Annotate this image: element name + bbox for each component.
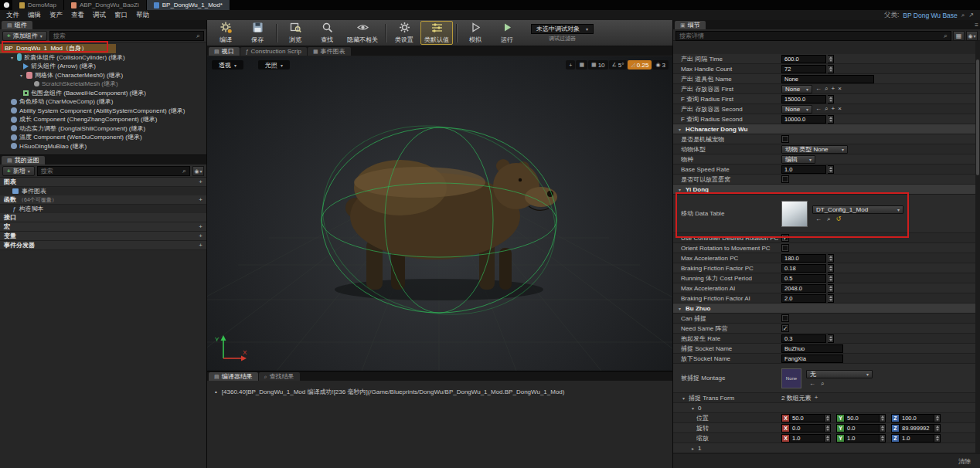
camera-speed-button[interactable]: 3 xyxy=(652,60,669,70)
number-input[interactable]: 10000.0 xyxy=(781,115,826,124)
number-input[interactable]: 0.0 xyxy=(789,424,825,432)
spinner[interactable] xyxy=(828,334,834,343)
chevron-down-icon[interactable] xyxy=(9,55,15,60)
tab-bp-dongwu-1-mod[interactable]: BP_DongWu_1_Mod* xyxy=(147,0,230,10)
enum-dropdown[interactable]: 动物 类型 None xyxy=(781,145,848,154)
checkbox[interactable] xyxy=(781,234,789,242)
menu-item-help[interactable]: 帮助 xyxy=(136,11,149,20)
use-selected-icon[interactable] xyxy=(809,381,815,387)
montage-dropdown[interactable]: 无 xyxy=(806,370,873,378)
tab-details[interactable]: 细节 xyxy=(675,21,706,29)
checkbox[interactable] xyxy=(781,324,789,332)
tab-abp-dongwu-baozi[interactable]: ABP_DongWu_BaoZi xyxy=(64,0,147,10)
browse-asset-icon[interactable] xyxy=(821,381,824,387)
details-search[interactable] xyxy=(675,31,951,41)
number-input[interactable]: 1.0 xyxy=(844,434,880,443)
spinner[interactable] xyxy=(934,434,941,443)
category-hcharacter[interactable]: HCharacter Dong Wu xyxy=(673,124,980,134)
components-search[interactable] xyxy=(49,31,204,41)
my-blueprint-search[interactable] xyxy=(37,166,190,176)
spinner[interactable] xyxy=(828,294,834,303)
spinner[interactable] xyxy=(828,115,834,124)
chevron-down-icon[interactable] xyxy=(19,73,24,78)
tab-demomap[interactable]: DemoMap xyxy=(12,0,64,10)
section-dispatchers[interactable]: 事件分发器 xyxy=(0,241,206,250)
spinner[interactable] xyxy=(828,65,834,73)
angle-snap-button[interactable]: 5° xyxy=(609,60,628,70)
tree-item-self[interactable]: BP_DongWu_1_Mod（自身） xyxy=(0,44,116,53)
add-element-icon[interactable] xyxy=(815,395,818,401)
section-graphs[interactable]: 图表 xyxy=(0,178,206,187)
chevron-right-icon[interactable] xyxy=(690,446,696,451)
tree-item-chengzhang[interactable]: 成长 Component (ChengZhangComponent) (继承) xyxy=(0,115,206,124)
item-construction-script[interactable]: 构造脚本 xyxy=(0,205,206,213)
menu-item-debug[interactable]: 调试 xyxy=(93,11,106,20)
tab-compiler-results[interactable]: 编译器结果 xyxy=(209,372,258,381)
hide-unrelated-button[interactable]: 隐藏不相关 xyxy=(343,21,382,45)
browse-asset-icon[interactable] xyxy=(825,106,828,112)
clear-icon[interactable] xyxy=(838,86,842,92)
property-matrix-button[interactable] xyxy=(953,31,965,41)
menu-item-asset[interactable]: 资产 xyxy=(49,11,63,20)
tree-item-dongtai[interactable]: 动态实力调整 (DongtaiShiliComponent) (继承) xyxy=(0,124,206,134)
spinner[interactable] xyxy=(934,414,941,422)
tree-item-hsuoding[interactable]: HSuoDingMuBiao (继承) xyxy=(0,142,206,151)
tree-item-bounding-box[interactable]: 包围盒组件 (BaoweiHeComponent) (继承) xyxy=(0,89,206,98)
checkbox[interactable] xyxy=(781,135,789,143)
number-input[interactable]: 72 xyxy=(781,65,826,73)
number-input[interactable]: 50.0 xyxy=(844,414,880,422)
parent-class-link[interactable]: BP Dong Wu Base xyxy=(903,12,958,19)
spinner[interactable] xyxy=(828,284,834,293)
perspective-button[interactable]: 透视 xyxy=(212,60,243,70)
add-icon[interactable] xyxy=(831,86,835,92)
spinner[interactable] xyxy=(828,274,834,283)
number-input[interactable]: 2.0 xyxy=(781,294,826,303)
save-button[interactable]: 保存 xyxy=(242,21,273,45)
spinner[interactable] xyxy=(934,424,941,432)
details-scrollbar[interactable] xyxy=(975,41,980,453)
menu-item-file[interactable]: 文件 xyxy=(6,11,19,20)
number-input[interactable]: 0.5 xyxy=(781,274,826,283)
text-input[interactable]: BuZhuo xyxy=(781,344,843,353)
tree-item-mesh[interactable]: 网格体 (CharacterMesh0) (继承) xyxy=(0,71,206,80)
chevron-down-icon[interactable] xyxy=(690,405,696,411)
browse-asset-icon[interactable] xyxy=(825,86,828,92)
surface-snap-button[interactable] xyxy=(576,60,587,70)
tab-find-results[interactable]: 查找结果 xyxy=(259,372,300,381)
tab-event-graph[interactable]: 事件图表 xyxy=(308,47,351,56)
category-buzhuo[interactable]: Bu Zhuo xyxy=(673,304,980,314)
menu-item-window[interactable]: 窗口 xyxy=(114,11,128,20)
add-component-button[interactable]: 添加组件 xyxy=(2,31,47,41)
number-input[interactable]: 100.0 xyxy=(899,414,934,422)
my-blueprint-search-input[interactable] xyxy=(41,168,182,175)
category-yidong[interactable]: Yi Dong xyxy=(673,185,980,195)
tree-item-arrow[interactable]: 箭头组件 (Arrow) (继承) xyxy=(0,62,206,71)
open-parent-icon[interactable] xyxy=(968,12,974,19)
scrollbar-thumb[interactable] xyxy=(976,59,979,175)
edit-dropdown[interactable]: 编辑 xyxy=(781,155,815,164)
item-event-graph[interactable]: 事件图表 xyxy=(0,187,206,195)
checkbox[interactable] xyxy=(781,244,789,252)
spinner[interactable] xyxy=(828,55,834,63)
panel-menu-icon[interactable] xyxy=(975,22,978,29)
spinner[interactable] xyxy=(828,165,834,174)
search-icon[interactable] xyxy=(961,12,965,19)
number-input[interactable]: 2048.0 xyxy=(781,284,826,293)
spinner[interactable] xyxy=(828,254,834,263)
number-input[interactable]: 50.0 xyxy=(789,414,825,422)
display-filter-button[interactable] xyxy=(966,31,978,41)
section-functions[interactable]: 函数 （64个可覆盖） xyxy=(0,195,206,205)
number-input[interactable]: 1.0 xyxy=(781,165,826,174)
viewport-3d[interactable]: 透视 光照 10 5° 0.25 3 xyxy=(207,56,672,371)
spinner[interactable] xyxy=(880,414,886,422)
reset-to-default-icon[interactable] xyxy=(835,216,841,222)
tab-my-blueprint[interactable]: 我的蓝图 xyxy=(2,156,45,164)
number-input[interactable]: 0.3 xyxy=(781,334,826,343)
spinner[interactable] xyxy=(880,424,886,432)
use-selected-icon[interactable] xyxy=(815,216,822,222)
section-macros[interactable]: 宏 xyxy=(0,222,206,232)
montage-thumbnail[interactable]: None xyxy=(781,368,801,388)
section-interfaces[interactable]: 接口 xyxy=(0,213,206,222)
browse-asset-icon[interactable] xyxy=(827,216,830,222)
transform-gizmo-button[interactable] xyxy=(566,60,575,70)
